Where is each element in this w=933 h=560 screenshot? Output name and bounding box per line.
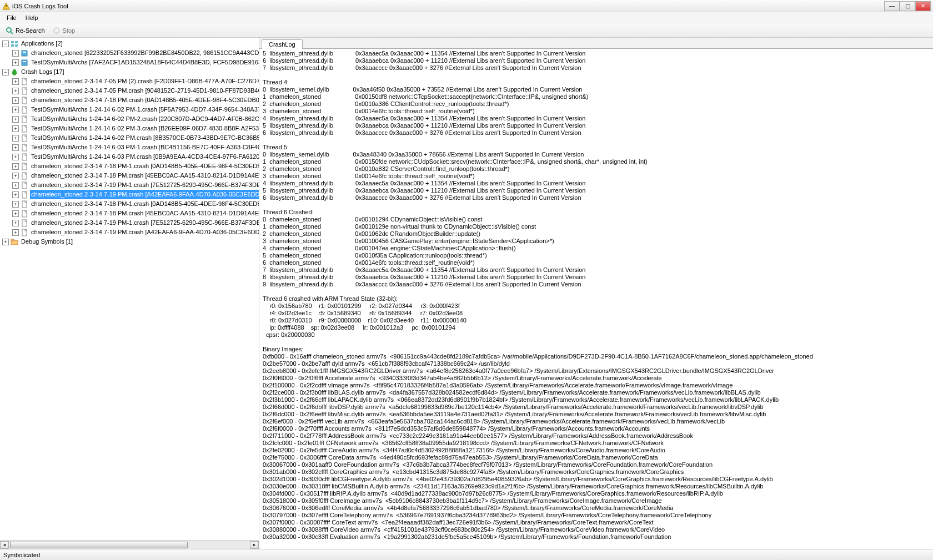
svg-rect-2 — [6, 8, 6, 8]
tree-node-crash[interactable]: +chameleon_stoned 2-3-14 7-18 PM-1.crash… — [12, 162, 257, 171]
expand-toggle[interactable]: + — [12, 50, 19, 57]
expand-toggle[interactable]: − — [2, 69, 9, 75]
tree-label: TestDSymMultiArchs 1-24-14 6-02 PM.crash… — [30, 133, 259, 143]
expand-toggle[interactable]: + — [12, 144, 19, 151]
tree-node-crash[interactable]: +chameleon_stoned 2-3-14 7-19 PM-1.crash… — [12, 218, 257, 228]
expand-toggle[interactable]: + — [12, 59, 19, 66]
tree-label: chameleon_stoned 2-3-14 7-18 PM.crash [0… — [30, 95, 259, 105]
tree-node-app[interactable]: +TestDSymMultiArchs [7AF2ACF1AD153248A18… — [12, 58, 257, 67]
expand-toggle[interactable]: + — [2, 239, 9, 245]
tree-node-debugsymbols[interactable]: + Debug Symbols [1] — [2, 237, 257, 246]
svg-rect-34 — [22, 201, 27, 208]
log-panel: CrashLog 5 libsystem_pthread.dylib 0x3aa… — [259, 38, 933, 549]
minimize-button[interactable]: — — [884, 1, 900, 11]
svg-line-4 — [11, 32, 13, 34]
tree-node-crash[interactable]: +TestDSymMultiArchs 1-24-14 6-03 PM.cras… — [12, 152, 257, 162]
svg-rect-9 — [11, 44, 14, 47]
tree-node-crash[interactable]: +chameleon_stoned 2-3-14 7-19 PM-1.crash… — [12, 180, 257, 190]
scroll-thumb[interactable] — [10, 542, 188, 548]
expand-toggle[interactable]: + — [12, 135, 19, 142]
tree-node-crash[interactable]: +TestDSymMultiArchs 1-24-14 6-02 PM-1.cr… — [12, 105, 257, 114]
tree-node-crash[interactable]: +TestDSymMultiArchs 1-24-14 6-02 PM-3.cr… — [12, 124, 257, 133]
expand-toggle[interactable]: + — [12, 201, 19, 208]
svg-rect-33 — [22, 191, 27, 198]
file-icon — [21, 78, 28, 85]
svg-rect-37 — [22, 229, 27, 236]
log-content[interactable]: 5 libsystem_pthread.dylib 0x3aaaec5a 0x3… — [259, 49, 933, 549]
file-icon — [21, 97, 28, 104]
expand-toggle[interactable]: + — [12, 116, 19, 123]
scroll-right-button[interactable]: ▸ — [250, 541, 259, 549]
tree-node-crash[interactable]: +chameleon_stoned 2-3-14 7-19 PM.crash [… — [12, 190, 257, 199]
apps-icon — [11, 40, 18, 48]
research-button[interactable]: Re-Search — [3, 26, 47, 36]
svg-rect-36 — [22, 220, 27, 226]
tree-container[interactable]: − Applications [2] +chameleon_stoned [62… — [0, 38, 259, 540]
tree-label: chameleon_stoned 2-3-14 7-18 PM-1.crash … — [30, 199, 259, 209]
file-icon — [21, 181, 28, 189]
scroll-track[interactable] — [9, 541, 250, 549]
tree-node-crash[interactable]: +chameleon_stoned 2-3-14 7-05 PM (2).cra… — [12, 77, 257, 86]
tab-crashlog[interactable]: CrashLog — [262, 39, 303, 49]
tree-node-crash[interactable]: +chameleon_stoned 2-3-14 7-05 PM.crash [… — [12, 86, 257, 95]
expand-toggle[interactable]: + — [12, 182, 19, 189]
expand-toggle[interactable]: + — [12, 88, 19, 94]
expand-toggle[interactable]: + — [12, 78, 19, 85]
expand-toggle[interactable]: + — [12, 220, 19, 226]
status-bar: Symbolicated — [0, 549, 933, 560]
expand-toggle[interactable]: + — [12, 125, 19, 132]
tree-node-crashlogs[interactable]: − Crash Logs [17] — [2, 67, 257, 77]
tree-label: Applications [2] — [20, 39, 64, 48]
svg-rect-29 — [22, 154, 27, 160]
menu-file[interactable]: File — [2, 13, 21, 22]
svg-point-3 — [7, 28, 11, 32]
svg-rect-28 — [22, 144, 27, 151]
tree-label: Debug Symbols [1] — [20, 237, 74, 246]
maximize-button[interactable]: ▢ — [900, 1, 915, 11]
tree-node-applications[interactable]: − Applications [2] — [2, 39, 257, 48]
expand-toggle[interactable]: + — [12, 173, 19, 179]
tree-node-crash[interactable]: +chameleon_stoned 2-3-14 7-18 PM.crash [… — [12, 209, 257, 218]
menu-help[interactable]: Help — [21, 13, 43, 22]
tree-node-crash[interactable]: +chameleon_stoned 2-3-14 7-18 PM-1.crash… — [12, 199, 257, 209]
stop-icon — [53, 27, 61, 34]
file-icon — [21, 153, 28, 161]
tree-node-app[interactable]: +chameleon_stoned [622332052F633992BF99B… — [12, 48, 257, 58]
expand-toggle[interactable]: + — [12, 97, 19, 104]
file-icon — [21, 200, 28, 208]
expand-toggle[interactable]: + — [12, 229, 19, 236]
svg-rect-11 — [22, 51, 27, 56]
svg-point-16 — [13, 69, 16, 72]
stop-button[interactable]: Stop — [51, 26, 78, 36]
horizontal-scrollbar[interactable]: ◂ ▸ — [0, 540, 259, 549]
expand-toggle[interactable]: − — [2, 41, 9, 47]
tree-label: chameleon_stoned 2-3-14 7-05 PM (2).cras… — [30, 77, 259, 86]
svg-rect-39 — [11, 239, 14, 241]
svg-rect-14 — [23, 61, 26, 62]
status-text: Symbolicated — [3, 552, 40, 558]
scroll-left-button[interactable]: ◂ — [0, 541, 9, 549]
expand-toggle[interactable]: + — [12, 210, 19, 217]
expand-toggle[interactable]: + — [12, 107, 19, 113]
expand-toggle[interactable]: + — [12, 191, 19, 198]
expand-toggle[interactable]: + — [12, 154, 19, 160]
file-icon — [21, 210, 28, 218]
research-label: Re-Search — [16, 27, 45, 34]
app-icon — [21, 59, 28, 67]
window-title: iOS Crash Logs Tool — [12, 3, 68, 9]
title-bar: iOS Crash Logs Tool — ▢ ✕ — [0, 0, 933, 12]
toolbar: Re-Search Stop — [0, 23, 933, 38]
svg-rect-12 — [23, 52, 26, 53]
app-icon — [21, 49, 28, 57]
tree-node-crash[interactable]: +chameleon_stoned 2-3-14 7-18 PM.crash [… — [12, 171, 257, 180]
tree-node-crash[interactable]: +TestDSymMultiArchs 1-24-14 6-02 PM-2.cr… — [12, 114, 257, 124]
svg-rect-7 — [11, 41, 14, 43]
expand-toggle[interactable]: + — [12, 163, 19, 170]
tree-node-crash[interactable]: +TestDSymMultiArchs 1-24-14 6-02 PM.cras… — [12, 133, 257, 143]
file-icon — [21, 163, 28, 170]
tree-node-crash[interactable]: +chameleon_stoned 2-3-14 7-18 PM.crash [… — [12, 95, 257, 105]
tree-node-crash[interactable]: +TestDSymMultiArchs 1-24-14 6-03 PM-1.cr… — [12, 143, 257, 152]
tree-node-crash[interactable]: +chameleon_stoned 2-3-14 7-19 PM.crash [… — [12, 228, 257, 237]
app-icon — [2, 2, 10, 10]
close-button[interactable]: ✕ — [915, 1, 931, 11]
